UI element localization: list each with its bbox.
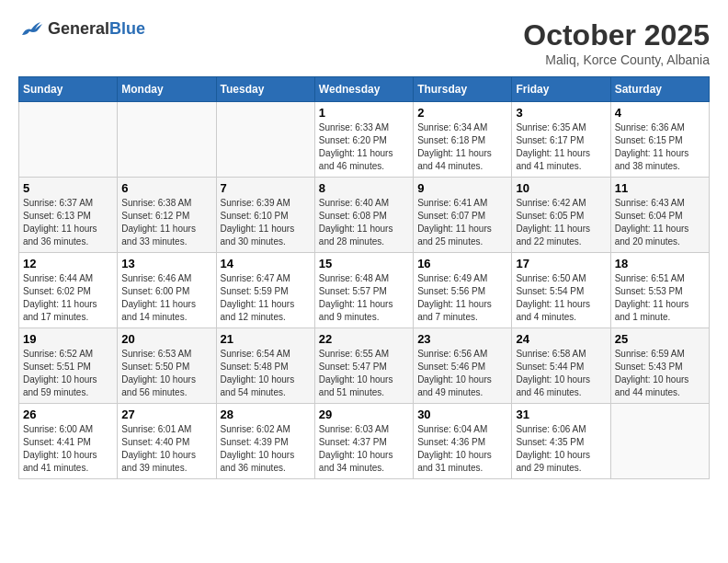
logo-icon [18,18,44,39]
day-info: Sunrise: 6:02 AM Sunset: 4:39 PM Dayligh… [221,423,311,475]
day-number: 14 [221,257,311,270]
day-number: 31 [516,408,606,421]
calendar-cell: 7Sunrise: 6:39 AM Sunset: 6:10 PM Daylig… [216,178,314,253]
day-info: Sunrise: 6:48 AM Sunset: 5:57 PM Dayligh… [319,272,409,324]
day-number: 30 [417,408,507,421]
day-number: 23 [417,332,507,346]
day-info: Sunrise: 6:52 AM Sunset: 5:51 PM Dayligh… [23,348,113,399]
day-info: Sunrise: 6:36 AM Sunset: 6:15 PM Dayligh… [615,121,705,173]
day-info: Sunrise: 6:00 AM Sunset: 4:41 PM Dayligh… [23,423,113,475]
calendar-week-row: 19Sunrise: 6:52 AM Sunset: 5:51 PM Dayli… [19,328,710,404]
calendar-week-row: 26Sunrise: 6:00 AM Sunset: 4:41 PM Dayli… [19,404,710,479]
day-info: Sunrise: 6:38 AM Sunset: 6:12 PM Dayligh… [121,197,211,248]
day-number: 29 [319,408,409,421]
day-info: Sunrise: 6:40 AM Sunset: 6:08 PM Dayligh… [319,197,409,248]
calendar-cell: 12Sunrise: 6:44 AM Sunset: 6:02 PM Dayli… [19,253,118,328]
weekday-header-cell: Monday [118,77,216,102]
page-header: GeneralBlue October 2025 Maliq, Korce Co… [18,18,710,67]
day-info: Sunrise: 6:42 AM Sunset: 6:05 PM Dayligh… [516,197,606,248]
location-title: Maliq, Korce County, Albania [523,52,710,67]
weekday-header-cell: Friday [512,77,610,102]
calendar-cell: 9Sunrise: 6:41 AM Sunset: 6:07 PM Daylig… [414,178,512,253]
calendar-cell: 16Sunrise: 6:49 AM Sunset: 5:56 PM Dayli… [414,253,512,328]
day-number: 13 [121,257,211,270]
calendar-week-row: 1Sunrise: 6:33 AM Sunset: 6:20 PM Daylig… [19,102,710,178]
calendar-cell: 15Sunrise: 6:48 AM Sunset: 5:57 PM Dayli… [314,253,413,328]
day-number: 7 [221,181,311,195]
month-title: October 2025 [523,18,710,52]
day-info: Sunrise: 6:06 AM Sunset: 4:35 PM Dayligh… [516,423,606,475]
day-info: Sunrise: 6:50 AM Sunset: 5:54 PM Dayligh… [516,272,606,324]
weekday-header-cell: Saturday [610,77,709,102]
day-number: 2 [417,106,507,120]
calendar-cell: 31Sunrise: 6:06 AM Sunset: 4:35 PM Dayli… [512,404,610,479]
day-info: Sunrise: 6:47 AM Sunset: 5:59 PM Dayligh… [221,272,311,324]
day-info: Sunrise: 6:59 AM Sunset: 5:43 PM Dayligh… [615,348,705,399]
day-info: Sunrise: 6:33 AM Sunset: 6:20 PM Dayligh… [319,121,409,173]
day-number: 20 [121,332,211,346]
calendar-cell [19,102,118,178]
day-info: Sunrise: 6:46 AM Sunset: 6:00 PM Dayligh… [121,272,211,324]
calendar-cell [118,102,216,178]
calendar-cell: 29Sunrise: 6:03 AM Sunset: 4:37 PM Dayli… [314,404,413,479]
calendar-cell: 20Sunrise: 6:53 AM Sunset: 5:50 PM Dayli… [118,328,216,404]
day-info: Sunrise: 6:43 AM Sunset: 6:04 PM Dayligh… [615,197,705,248]
logo-blue: Blue [109,19,145,38]
day-number: 16 [417,257,507,270]
day-number: 27 [121,408,211,421]
day-number: 15 [319,257,409,270]
calendar-cell: 3Sunrise: 6:35 AM Sunset: 6:17 PM Daylig… [512,102,610,178]
day-info: Sunrise: 6:51 AM Sunset: 5:53 PM Dayligh… [615,272,705,324]
day-number: 19 [23,332,113,346]
day-info: Sunrise: 6:04 AM Sunset: 4:36 PM Dayligh… [417,423,507,475]
day-number: 12 [23,257,113,270]
calendar-week-row: 12Sunrise: 6:44 AM Sunset: 6:02 PM Dayli… [19,253,710,328]
day-info: Sunrise: 6:56 AM Sunset: 5:46 PM Dayligh… [417,348,507,399]
calendar-cell: 6Sunrise: 6:38 AM Sunset: 6:12 PM Daylig… [118,178,216,253]
day-info: Sunrise: 6:49 AM Sunset: 5:56 PM Dayligh… [417,272,507,324]
logo-text: GeneralBlue [48,19,145,39]
day-info: Sunrise: 6:39 AM Sunset: 6:10 PM Dayligh… [221,197,311,248]
day-number: 24 [516,332,606,346]
weekday-header-cell: Wednesday [314,77,413,102]
day-number: 1 [319,106,409,120]
day-info: Sunrise: 6:41 AM Sunset: 6:07 PM Dayligh… [417,197,507,248]
calendar-cell: 11Sunrise: 6:43 AM Sunset: 6:04 PM Dayli… [610,178,709,253]
logo: GeneralBlue [18,18,145,39]
day-number: 6 [121,181,211,195]
day-info: Sunrise: 6:37 AM Sunset: 6:13 PM Dayligh… [23,197,113,248]
day-number: 26 [23,408,113,421]
calendar-cell: 27Sunrise: 6:01 AM Sunset: 4:40 PM Dayli… [118,404,216,479]
day-number: 25 [615,332,705,346]
calendar-cell: 17Sunrise: 6:50 AM Sunset: 5:54 PM Dayli… [512,253,610,328]
day-info: Sunrise: 6:35 AM Sunset: 6:17 PM Dayligh… [516,121,606,173]
weekday-header-row: SundayMondayTuesdayWednesdayThursdayFrid… [19,77,710,102]
calendar-cell: 8Sunrise: 6:40 AM Sunset: 6:08 PM Daylig… [314,178,413,253]
calendar-cell: 24Sunrise: 6:58 AM Sunset: 5:44 PM Dayli… [512,328,610,404]
day-info: Sunrise: 6:55 AM Sunset: 5:47 PM Dayligh… [319,348,409,399]
day-number: 28 [221,408,311,421]
calendar-cell: 4Sunrise: 6:36 AM Sunset: 6:15 PM Daylig… [610,102,709,178]
day-info: Sunrise: 6:01 AM Sunset: 4:40 PM Dayligh… [121,423,211,475]
calendar-table: SundayMondayTuesdayWednesdayThursdayFrid… [18,76,710,479]
calendar-cell: 2Sunrise: 6:34 AM Sunset: 6:18 PM Daylig… [414,102,512,178]
weekday-header-cell: Sunday [19,77,118,102]
day-number: 10 [516,181,606,195]
title-area: October 2025 Maliq, Korce County, Albani… [523,18,710,67]
calendar-cell: 26Sunrise: 6:00 AM Sunset: 4:41 PM Dayli… [19,404,118,479]
calendar-cell [216,102,314,178]
calendar-cell: 5Sunrise: 6:37 AM Sunset: 6:13 PM Daylig… [19,178,118,253]
day-number: 8 [319,181,409,195]
calendar-cell: 25Sunrise: 6:59 AM Sunset: 5:43 PM Dayli… [610,328,709,404]
day-number: 21 [221,332,311,346]
day-info: Sunrise: 6:58 AM Sunset: 5:44 PM Dayligh… [516,348,606,399]
day-info: Sunrise: 6:34 AM Sunset: 6:18 PM Dayligh… [417,121,507,173]
logo-general: General [48,19,109,38]
day-number: 17 [516,257,606,270]
day-number: 5 [23,181,113,195]
calendar-body: 1Sunrise: 6:33 AM Sunset: 6:20 PM Daylig… [19,102,710,479]
day-number: 22 [319,332,409,346]
calendar-cell: 28Sunrise: 6:02 AM Sunset: 4:39 PM Dayli… [216,404,314,479]
day-number: 4 [615,106,705,120]
weekday-header-cell: Thursday [414,77,512,102]
